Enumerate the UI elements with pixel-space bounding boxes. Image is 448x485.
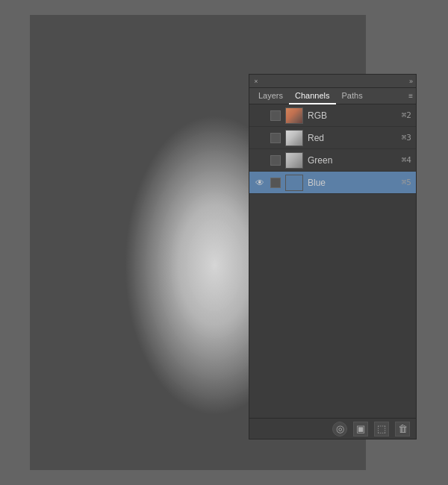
load-channel-as-selection-button[interactable]: ◎: [332, 422, 347, 436]
channel-row-rgb[interactable]: RGB ⌘2: [249, 104, 416, 127]
panel-close-icon[interactable]: ×: [252, 78, 260, 85]
channel-thumbnail-red: [285, 130, 303, 146]
panel-collapse-icon[interactable]: »: [409, 78, 413, 85]
channel-thumbnail-rgb: [285, 107, 303, 124]
channel-name-rgb: RGB: [308, 110, 397, 121]
channel-checkbox-rgb[interactable]: [270, 110, 281, 121]
canvas-area: × » Layers Channels Paths ≡ RGB ⌘2: [0, 0, 448, 485]
channel-checkbox-green[interactable]: [270, 155, 281, 166]
channel-thumbnail-blue: [285, 175, 303, 191]
tab-paths[interactable]: Paths: [336, 88, 369, 104]
channel-shortcut-green: ⌘4: [402, 155, 411, 165]
save-selection-as-channel-button[interactable]: ▣: [353, 422, 368, 436]
channel-row-green[interactable]: Green ⌘4: [249, 149, 416, 172]
panel-empty-area: [249, 194, 416, 418]
visibility-placeholder-rgb: [254, 110, 266, 122]
panel-header-left: ×: [252, 78, 260, 85]
channel-row-blue[interactable]: 👁 Blue ⌘5: [249, 172, 416, 194]
channels-panel: × » Layers Channels Paths ≡ RGB ⌘2: [249, 74, 417, 439]
tab-layers[interactable]: Layers: [252, 88, 289, 104]
channels-list: RGB ⌘2 Red ⌘3 Green ⌘4: [249, 104, 416, 194]
channel-shortcut-blue: ⌘5: [402, 178, 411, 187]
channel-thumbnail-green: [285, 152, 303, 169]
channel-checkbox-blue[interactable]: [270, 178, 281, 188]
visibility-placeholder-green: [254, 154, 266, 166]
channel-shortcut-red: ⌘3: [402, 133, 411, 143]
channel-name-red: Red: [308, 133, 397, 143]
channel-name-green: Green: [308, 155, 397, 166]
tabs-container: Layers Channels Paths: [252, 88, 369, 104]
channel-row-red[interactable]: Red ⌘3: [249, 127, 416, 149]
panel-footer: ◎ ▣ ⬚ 🗑: [249, 418, 416, 439]
channel-visibility-blue[interactable]: 👁: [254, 177, 266, 189]
panel-menu-icon[interactable]: ≡: [408, 92, 413, 100]
channel-name-blue: Blue: [308, 178, 397, 188]
tab-channels[interactable]: Channels: [289, 88, 335, 104]
create-new-channel-button[interactable]: ⬚: [374, 422, 389, 436]
channel-checkbox-red[interactable]: [270, 133, 281, 143]
visibility-placeholder-red: [254, 132, 266, 144]
eye-icon-blue: 👁: [255, 178, 264, 188]
channel-shortcut-rgb: ⌘2: [402, 110, 411, 120]
delete-channel-button[interactable]: 🗑: [395, 422, 410, 436]
panel-header: × »: [249, 75, 416, 88]
tab-bar: Layers Channels Paths ≡: [249, 88, 416, 104]
